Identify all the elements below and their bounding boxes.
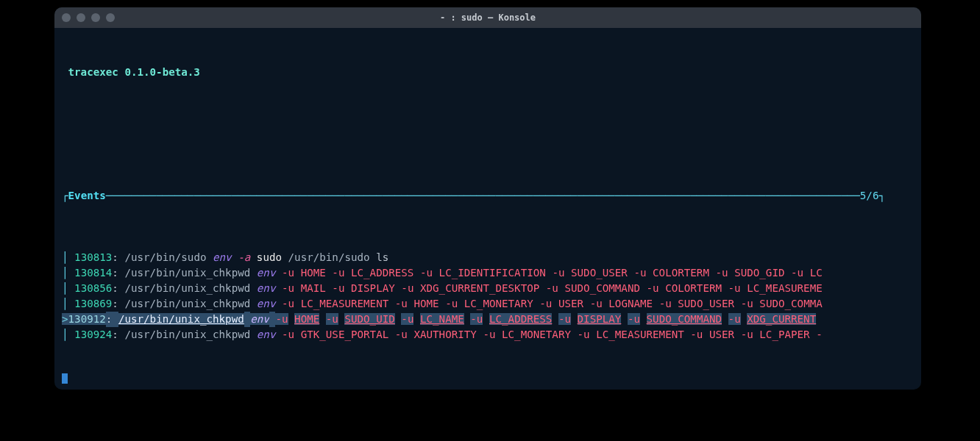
window-controls bbox=[62, 13, 115, 22]
event-row-selected[interactable]: >130912: /usr/bin/unix_chkpwd env -u HOM… bbox=[62, 312, 914, 327]
minimize-icon[interactable] bbox=[77, 13, 85, 22]
events-counter: 5/6 bbox=[860, 190, 879, 201]
events-panel-top-border: ┌Events─────────────────────────────────… bbox=[62, 188, 914, 204]
window-title: - : sudo — Konsole bbox=[54, 12, 921, 23]
maximize-icon[interactable] bbox=[91, 13, 100, 22]
event-row[interactable]: │ 130814: /usr/bin/unix_chkpwd env -u HO… bbox=[62, 265, 914, 281]
close-icon[interactable] bbox=[62, 13, 71, 22]
konsole-window: - : sudo — Konsole tracexec 0.1.0-beta.3… bbox=[54, 7, 921, 390]
event-row[interactable]: │ 130924: /usr/bin/unix_chkpwd env -u GT… bbox=[62, 327, 914, 343]
app-name-line: tracexec 0.1.0-beta.3 bbox=[62, 65, 914, 80]
titlebar[interactable]: - : sudo — Konsole bbox=[54, 7, 921, 28]
event-row[interactable]: │ 130856: /usr/bin/unix_chkpwd env -u MA… bbox=[62, 281, 914, 296]
spacer bbox=[62, 111, 914, 126]
event-row[interactable]: │ 130813: /usr/bin/sudo env -a sudo /usr… bbox=[62, 250, 914, 265]
event-row[interactable]: │ 130869: /usr/bin/unix_chkpwd env -u LC… bbox=[62, 296, 914, 312]
terminal-viewport[interactable]: tracexec 0.1.0-beta.3 ┌Events───────────… bbox=[54, 28, 921, 390]
extra-dot-icon bbox=[106, 13, 115, 22]
events-rows: │ 130813: /usr/bin/sudo env -a sudo /usr… bbox=[62, 250, 914, 343]
events-panel-title: Events bbox=[68, 190, 106, 201]
prompt-caret-icon bbox=[62, 373, 68, 384]
